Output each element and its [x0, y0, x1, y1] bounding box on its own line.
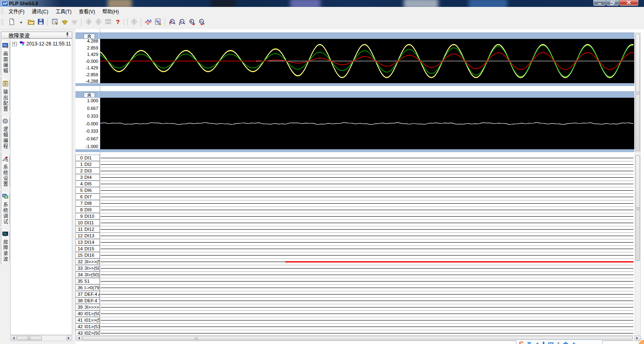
keyboard-icon[interactable] — [548, 342, 554, 344]
channel-trace-low — [101, 314, 633, 314]
channel-trace-low — [101, 255, 633, 256]
channel-row-label-41[interactable]: 41I01>>(5 — [75, 317, 100, 323]
zoom-out-vertical-button[interactable] — [177, 18, 186, 27]
menu-item-2[interactable]: 工具(T) — [52, 7, 75, 15]
sidebar-tab-3[interactable]: 逻辑编程 — [1, 115, 10, 151]
channel-name: DI1 — [84, 155, 92, 160]
channel-row-label-7[interactable]: 7DI8 — [75, 200, 100, 206]
new-file-dropdown[interactable] — [17, 18, 26, 27]
channel-row-label-34[interactable]: 343I>(50) — [75, 271, 100, 278]
toolbar-grip[interactable] — [1, 19, 3, 25]
channel-row-label-13[interactable]: 13DI14 — [75, 239, 100, 245]
properties-button[interactable] — [50, 18, 59, 27]
channel-row-label-15[interactable]: 15DI16 — [75, 252, 100, 258]
channel-number: 7 — [76, 201, 83, 206]
channel-trace-low — [101, 197, 633, 197]
channel-row-label-3[interactable]: 3DI4 — [75, 174, 100, 181]
toolbox-icon[interactable] — [563, 342, 568, 344]
new-file-button[interactable] — [7, 18, 16, 27]
chart-I-plot[interactable] — [100, 39, 634, 83]
channel-row-separator — [101, 213, 633, 213]
channel-name: DI8 — [84, 201, 92, 206]
channel-row-label-37[interactable]: 37DEF.4 A — [75, 291, 100, 297]
channel-row-label-35[interactable]: 3551 — [75, 278, 100, 284]
main-hscroll-left-button[interactable] — [76, 336, 82, 340]
chart-I-ytick: 2.859 — [75, 45, 98, 50]
channel-row-label-36[interactable]: 36I->0(79) — [75, 284, 100, 291]
channel-trace-low — [101, 320, 633, 320]
channel-row-label-9[interactable]: 9DI10 — [75, 213, 100, 219]
dial-connect-button[interactable] — [60, 18, 69, 27]
channel-row-label-4[interactable]: 4DI5 — [75, 181, 100, 187]
tree-hscroll-thumb[interactable] — [17, 336, 42, 340]
chart-U-plot[interactable] — [100, 98, 634, 149]
channel-row-label-42[interactable]: 42I01>(51 — [75, 323, 100, 330]
waveform-analysis-button[interactable]: AA — [144, 18, 153, 27]
mic-icon[interactable] — [542, 342, 545, 344]
channel-row-label-38[interactable]: 38DEF.4 T — [75, 297, 100, 304]
channel-row-label-2[interactable]: 2DI3 — [75, 168, 100, 174]
channel-row-label-8[interactable]: 8DI9 — [75, 206, 100, 213]
tree-hscrollbar[interactable] — [10, 335, 72, 341]
sidebar-tab-6[interactable]: 故障录波 — [1, 228, 10, 264]
ime-toolbar[interactable]: 英 — [516, 340, 603, 344]
close-button[interactable] — [619, 0, 638, 6]
channel-row-separator — [101, 161, 633, 161]
charts-vscroll-thumb[interactable] — [635, 34, 640, 151]
header-divider — [99, 92, 99, 97]
waveform-config-button[interactable] — [153, 18, 162, 27]
minimize-button[interactable] — [593, 0, 606, 6]
channel-trace-low — [101, 190, 633, 191]
tree-hscroll-right-button[interactable] — [66, 336, 71, 340]
channel-row-label-39[interactable]: 393I>>>> — [75, 304, 100, 310]
chart-U-ytick: -0.000 — [75, 121, 98, 126]
menu-item-1[interactable]: 通讯(C) — [28, 7, 52, 15]
menu-item-4[interactable]: 帮助(H) — [99, 7, 123, 15]
restore-button[interactable] — [606, 0, 619, 6]
toolbar-grip[interactable] — [1, 9, 3, 14]
digital-vscroll-thumb[interactable] — [635, 155, 640, 261]
charts-vscrollbar[interactable] — [635, 32, 641, 153]
fax-icon — [71, 18, 78, 26]
main-hscroll-right-button[interactable] — [635, 336, 640, 340]
channel-row-label-33[interactable]: 333I>>(50 — [75, 265, 100, 271]
channel-trace-low — [101, 301, 633, 301]
tree-hscroll-left-button[interactable] — [11, 336, 16, 340]
pen-icon[interactable] — [534, 342, 539, 344]
pin-icon[interactable] — [65, 32, 69, 39]
channel-row-label-0[interactable]: 0DI1 — [75, 155, 100, 161]
open-file-button[interactable] — [26, 18, 35, 27]
app-icon — [2, 1, 9, 6]
menu-item-3[interactable]: 查看(V) — [75, 7, 99, 15]
channel-row-separator — [101, 323, 633, 324]
channel-row-label-32[interactable]: 323I>>>(5 — [75, 258, 100, 265]
wrench-icon[interactable] — [571, 342, 575, 344]
waveform-analysis-icon: AA — [145, 18, 152, 26]
zoom-in-vertical-button[interactable] — [168, 18, 177, 27]
channel-row-label-5[interactable]: 5DI6 — [75, 187, 100, 194]
ime-mode-label[interactable]: 英 — [527, 341, 532, 344]
svg-text:A: A — [146, 19, 149, 23]
sogou-logo-icon[interactable] — [518, 341, 524, 344]
channel-row-label-1[interactable]: 1DI2 — [75, 161, 100, 168]
collapse-chevron-button[interactable] — [84, 92, 95, 98]
sidebar-tab-5[interactable]: 系统调试 — [1, 190, 10, 226]
menu-item-0[interactable]: 文件(F) — [5, 7, 28, 15]
zoom-in-horizontal-button[interactable] — [187, 18, 196, 27]
sidebar-tab-1[interactable]: 画面编辑 — [1, 39, 10, 75]
channel-row-label-14[interactable]: 14DI15 — [75, 245, 100, 252]
channel-row-label-12[interactable]: 12DI13 — [75, 232, 100, 239]
sidebar-tab-4[interactable]: 系统设置 — [1, 153, 10, 189]
channel-row-label-6[interactable]: 6DI7 — [75, 194, 100, 200]
sidebar-tab-2[interactable]: 输出配置 — [1, 77, 10, 113]
tree-item-record[interactable]: 2013-12-26 11:55:11 — [11, 41, 72, 47]
save-button[interactable] — [36, 18, 45, 27]
channel-row-label-11[interactable]: 11DI12 — [75, 226, 100, 232]
digital-vscrollbar[interactable] — [635, 154, 641, 334]
help-button[interactable]: ?? — [113, 18, 122, 27]
channel-row-label-10[interactable]: 10DI11 — [75, 219, 100, 226]
zoom-out-horizontal-button[interactable] — [197, 18, 206, 27]
person-icon[interactable] — [556, 342, 560, 344]
channel-row-label-40[interactable]: 40I01>(50 — [75, 310, 100, 317]
tree-expand-button[interactable] — [12, 42, 17, 46]
